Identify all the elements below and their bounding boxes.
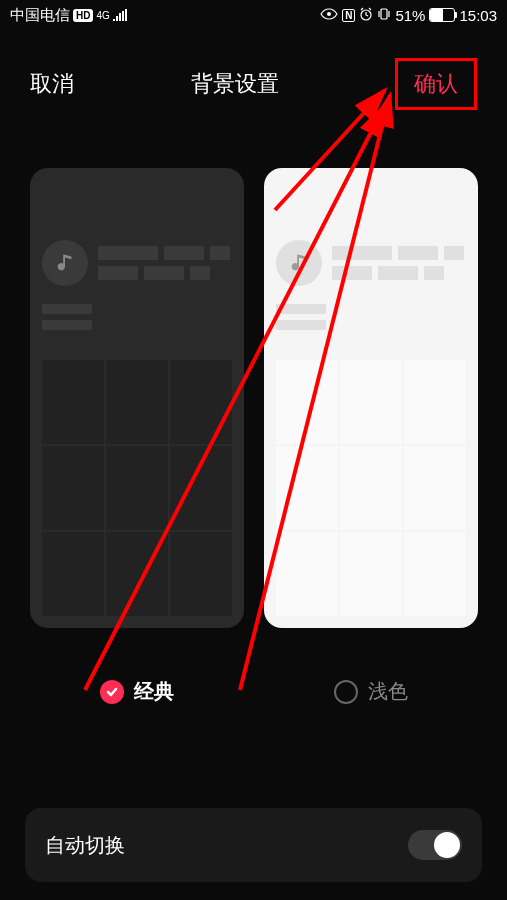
- confirm-button[interactable]: 确认: [395, 58, 477, 110]
- header: 取消 背景设置 确认: [0, 30, 507, 138]
- status-left: 中国电信 HD 4G: [10, 6, 129, 25]
- theme-preview-grid: [42, 360, 232, 616]
- theme-label-text: 经典: [134, 678, 174, 705]
- time-label: 15:03: [459, 7, 497, 24]
- toggle-knob: [434, 832, 460, 858]
- hd-badge: HD: [73, 9, 93, 22]
- auto-switch-row: 自动切换: [25, 808, 482, 882]
- theme-preview-grid: [276, 360, 466, 616]
- theme-radio-classic[interactable]: 经典: [30, 678, 244, 705]
- theme-option-light[interactable]: [264, 168, 478, 628]
- status-right: N 51% 15:03: [320, 7, 497, 24]
- theme-preview-text: [42, 304, 232, 336]
- cancel-button[interactable]: 取消: [30, 69, 74, 99]
- alarm-icon: [359, 7, 373, 24]
- theme-preview-bars: [98, 246, 232, 280]
- status-bar: 中国电信 HD 4G N 51% 15:03: [0, 0, 507, 30]
- battery-pct: 51%: [395, 7, 425, 24]
- network-label: 4G: [96, 10, 109, 21]
- theme-radio-light[interactable]: 浅色: [264, 678, 478, 705]
- themes-container: [0, 138, 507, 658]
- theme-option-classic[interactable]: [30, 168, 244, 628]
- signal-icon: [113, 7, 129, 24]
- carrier-label: 中国电信: [10, 6, 70, 25]
- theme-label-text: 浅色: [368, 678, 408, 705]
- theme-preview-profile: [276, 240, 466, 286]
- svg-rect-2: [381, 9, 387, 19]
- battery-icon: [429, 8, 455, 22]
- music-note-icon: [42, 240, 88, 286]
- theme-preview-text: [276, 304, 466, 336]
- eye-comfort-icon: [320, 7, 338, 24]
- nfc-icon: N: [342, 9, 355, 22]
- auto-switch-toggle[interactable]: [408, 830, 462, 860]
- page-title: 背景设置: [191, 69, 279, 99]
- radio-checked-icon: [100, 680, 124, 704]
- svg-point-0: [327, 12, 331, 16]
- music-note-icon: [276, 240, 322, 286]
- theme-preview-bars: [332, 246, 466, 280]
- auto-switch-label: 自动切换: [45, 832, 125, 859]
- radio-unchecked-icon: [334, 680, 358, 704]
- theme-labels: 经典 浅色: [0, 678, 507, 705]
- vibrate-icon: [377, 7, 391, 24]
- theme-preview-profile: [42, 240, 232, 286]
